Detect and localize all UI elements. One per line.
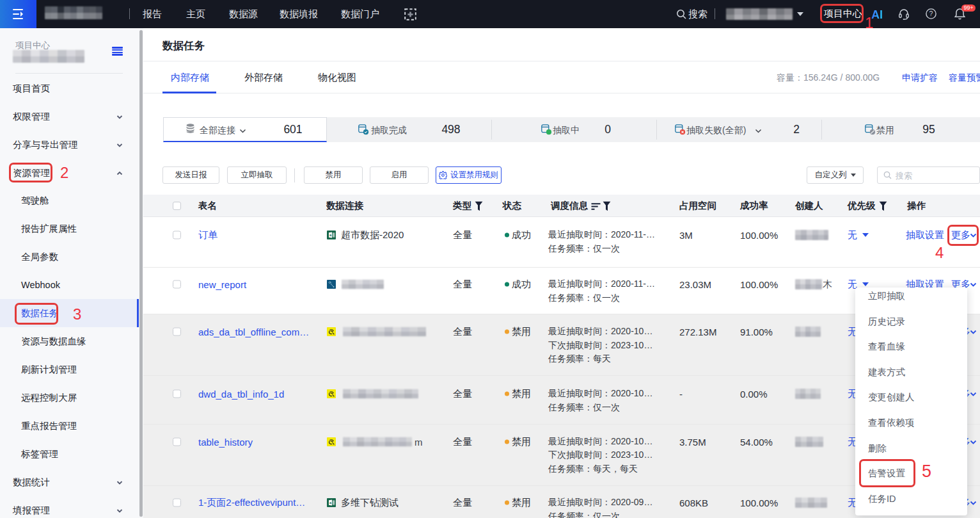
svg-text:?: ? bbox=[929, 10, 933, 17]
